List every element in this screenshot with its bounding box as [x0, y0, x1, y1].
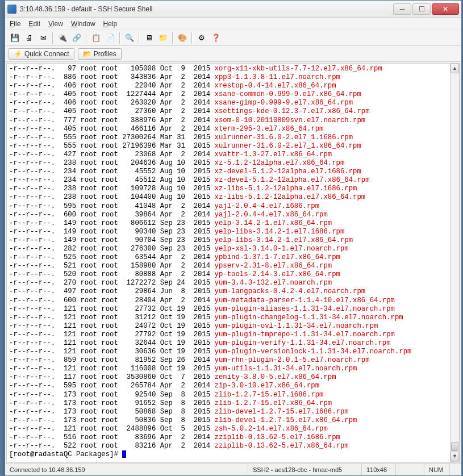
menu-file[interactable]: File — [10, 20, 20, 28]
terminal-line: -r--r--r--. 859 root root 81952 Sep 26 2… — [9, 356, 457, 365]
terminal-line: -r--r--r--. 886 root root 343836 Apr 2 2… — [9, 73, 457, 82]
filename: xorg-x11-xkb-utils-7.7-12.el7.x86_64.rpm — [215, 65, 382, 73]
window-controls: ─ ☐ ✕ — [392, 3, 459, 15]
file-attributes: -r--r--r--. 121 root root 30636 Oct 19 2… — [9, 348, 215, 356]
filename: yelp-libs-3.14.2-1.el7.i686.rpm — [215, 228, 345, 236]
transfer-icon[interactable]: 📁 — [157, 32, 169, 44]
connect-bar: ⚡ Quick Connect 📂 Profiles — [5, 46, 461, 62]
paste-icon[interactable]: 📄 — [104, 32, 116, 44]
file-attributes: -r--r--r--. 149 root root 90704 Sep 23 2… — [9, 236, 215, 245]
filename: yp-tools-2.14-3.el7.x86_64.rpm — [215, 270, 340, 279]
filename: xsane-gimp-0.999-9.el7.x86_64.rpm — [215, 99, 353, 107]
settings-icon[interactable]: ⚙ — [195, 32, 208, 44]
filename: zip-3.0-10.el7.x86_64.rpm — [215, 382, 319, 390]
terminal-line: -r--r--r--. 427 root root 23068 Apr 2 20… — [9, 151, 457, 159]
filename: yum-metadata-parser-1.1.4-10.el7.x86_64.… — [215, 297, 395, 305]
terminal-line: -r--r--r--. 173 root root 50868 Sep 8 20… — [9, 408, 457, 416]
status-dimensions: 110x46 — [362, 464, 396, 475]
status-cipher: SSH2 - aes128-cbc - hmac-md5 — [248, 464, 362, 475]
filename: yum-plugin-tmprepo-1.1.31-34.el7.noarch.… — [215, 331, 395, 339]
file-attributes: -r--r--r--. 406 root root 263020 Apr 2 2… — [9, 99, 215, 107]
file-attributes: -r--r--r--. 234 root root 45552 Aug 10 2… — [9, 168, 215, 176]
connect-icon[interactable]: 🔌 — [56, 32, 69, 44]
print-icon[interactable]: 🖨 — [23, 32, 35, 44]
terminal-line: -r--r--r--. 555 root root 27300264 Mar 3… — [9, 133, 457, 142]
status-grip — [450, 464, 461, 475]
filename: zlib-1.2.7-15.el7.i686.rpm — [215, 391, 324, 399]
file-attributes: -r--r--r--. 121 root root 116008 Oct 19 … — [9, 365, 215, 373]
scroll-up-arrow[interactable]: ▲ — [451, 64, 459, 73]
profiles-label: Profiles — [94, 50, 116, 58]
file-attributes: -r--r--r--. 121 root root 31212 Oct 19 2… — [9, 314, 215, 322]
save-icon[interactable]: 💾 — [9, 32, 21, 44]
terminal-line: -r--r--r--. 405 root root 27360 Apr 2 20… — [9, 107, 457, 116]
menu-edit[interactable]: Edit — [28, 20, 40, 28]
close-button[interactable]: ✕ — [432, 3, 459, 15]
file-attributes: -r--r--r--. 121 root root 2488896 Oct 5 … — [9, 425, 215, 433]
file-attributes: -r--r--r--. 117 root root 3530860 Oct 7 … — [9, 373, 215, 382]
statusbar: Connected to 10.48.36.159 SSH2 - aes128-… — [5, 463, 461, 475]
status-connected: Connected to 10.48.36.159 — [5, 464, 248, 475]
vertical-scrollbar[interactable]: ▲ ▼ — [450, 63, 460, 462]
titlebar[interactable]: 3:10.48.36.159 - default - SSH Secure Sh… — [5, 1, 461, 18]
scroll-down-arrow[interactable]: ▼ — [451, 452, 459, 461]
copy-icon[interactable]: 📋 — [90, 32, 102, 44]
profiles-button[interactable]: 📂 Profiles — [78, 48, 122, 60]
terminal-output[interactable]: -r--r--r--. 97 root root 105008 Oct 9 20… — [6, 63, 460, 463]
filename: yum-plugin-versionlock-1.1.31-34.el7.noa… — [215, 348, 412, 356]
file-attributes: -r--r--r--. 173 root root 50868 Sep 8 20… — [9, 408, 215, 416]
scroll-thumb[interactable] — [451, 442, 458, 451]
terminal-line: -r--r--r--. 121 root root 24072 Oct 19 2… — [9, 322, 457, 331]
terminal-line: -r--r--r--. 121 root root 27792 Oct 19 2… — [9, 331, 457, 339]
find-icon[interactable]: 🔍 — [123, 32, 136, 44]
file-attributes: -r--r--r--. 149 root root 90340 Sep 23 2… — [9, 228, 215, 236]
filename: zlib-devel-1.2.7-15.el7.x86_64.rpm — [215, 416, 357, 425]
mail-icon[interactable]: ✉ — [37, 32, 49, 44]
filename: zenity-3.8.0-5.el7.x86_64.rpm — [215, 373, 336, 382]
terminal-line: -r--r--r--. 121 root root 30636 Oct 19 2… — [9, 348, 457, 356]
cursor — [122, 450, 126, 458]
file-attributes: -r--r--r--. 121 root root 32644 Oct 19 2… — [9, 339, 215, 348]
terminal-line: -r--r--r--. 121 root root 2488896 Oct 5 … — [9, 425, 457, 433]
disconnect-icon[interactable]: 🔗 — [70, 32, 83, 44]
separator — [139, 32, 140, 44]
maximize-button[interactable]: ☐ — [412, 3, 431, 15]
prompt-line[interactable]: [root@radastaQC Packages]# — [9, 450, 457, 459]
colors-icon[interactable]: 🎨 — [176, 32, 189, 44]
quick-connect-button[interactable]: ⚡ Quick Connect — [9, 48, 74, 60]
separator — [86, 32, 87, 44]
file-attributes: -r--r--r--. 282 root root 276300 Sep 23 … — [9, 245, 215, 253]
menu-window[interactable]: Window — [71, 20, 95, 28]
file-attributes: -r--r--r--. 121 root root 24072 Oct 19 2… — [9, 322, 215, 331]
separator — [119, 32, 120, 44]
file-attributes: -r--r--r--. 777 root root 388976 Apr 2 2… — [9, 116, 215, 125]
terminal-line: -r--r--r--. 525 root root 63544 Apr 2 20… — [9, 253, 457, 262]
file-attributes: -r--r--r--. 521 root root 158980 Apr 2 2… — [9, 262, 215, 270]
filename: yajl-2.0.4-4.el7.x86_64.rpm — [215, 211, 328, 219]
file-attributes: -r--r--r--. 238 root root 109728 Aug 10 … — [9, 185, 215, 193]
filename: yelp-3.14.2-1.el7.x86_64.rpm — [215, 219, 332, 228]
menu-view[interactable]: View — [48, 20, 63, 28]
terminal-line: -r--r--r--. 97 root root 105008 Oct 9 20… — [9, 65, 457, 73]
filename: zsh-5.0.2-14.el7.x86_64.rpm — [215, 425, 328, 433]
status-empty1 — [396, 464, 424, 475]
terminal-line: -r--r--r--. 600 root root 39864 Apr 2 20… — [9, 211, 457, 219]
terminal-icon[interactable]: 🖥 — [143, 32, 155, 44]
terminal-line: -r--r--r--. 497 root root 29864 Jun 8 20… — [9, 287, 457, 296]
separator — [52, 32, 53, 44]
terminal-line: -r--r--r--. 777 root root 388976 Apr 2 2… — [9, 116, 457, 125]
file-attributes: -r--r--r--. 97 root root 105008 Oct 9 20… — [9, 65, 215, 73]
menu-help[interactable]: Help — [103, 20, 118, 28]
minimize-button[interactable]: ─ — [393, 3, 411, 15]
file-attributes: -r--r--r--. 405 root root 466116 Apr 2 2… — [9, 125, 215, 133]
terminal-line: -r--r--r--. 121 root root 31212 Oct 19 2… — [9, 314, 457, 322]
file-attributes: -r--r--r--. 238 root root 104400 Aug 10 … — [9, 193, 215, 202]
filename: xulrunner-31.6.0-2.el7_1.x86_64.rpm — [215, 142, 361, 151]
file-attributes: -r--r--r--. 595 root root 41048 Apr 2 20… — [9, 202, 215, 211]
file-attributes: -r--r--r--. 149 root root 806612 Sep 23 … — [9, 219, 215, 228]
help-icon[interactable]: ❓ — [210, 32, 222, 44]
filename: zlib-1.2.7-15.el7.x86_64.rpm — [215, 399, 332, 408]
filename: yum-utils-1.1.31-34.el7.noarch.rpm — [215, 365, 357, 373]
filename: xvattr-1.3-27.el7.x86_64.rpm — [215, 151, 332, 159]
filename: xrestop-0.4-14.el7.x86_64.rpm — [215, 82, 336, 90]
